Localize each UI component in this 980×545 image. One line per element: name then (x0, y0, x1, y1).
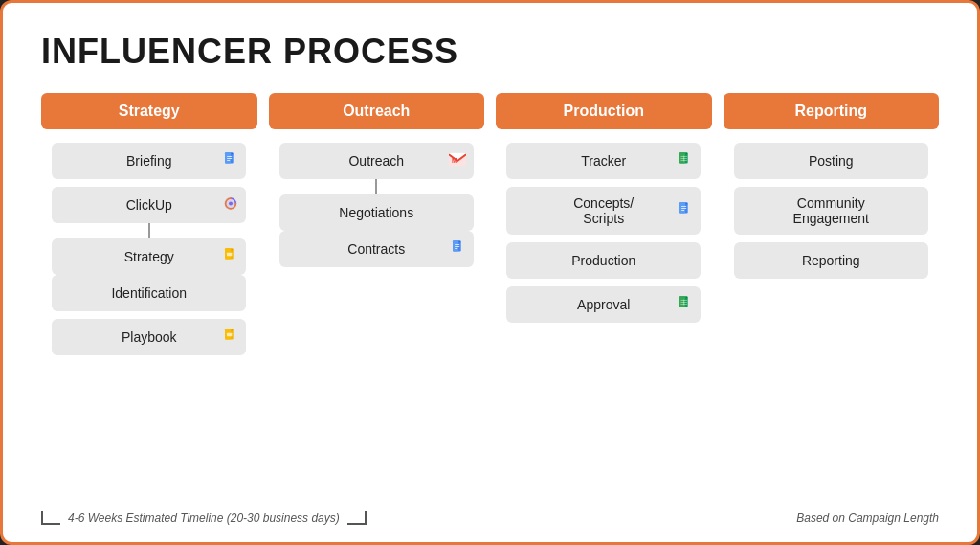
svg-rect-16 (453, 240, 458, 251)
svg-rect-1 (225, 152, 231, 163)
svg-rect-18 (455, 246, 459, 247)
item-label: Negotiations (339, 205, 413, 220)
item-label: Reporting (802, 253, 860, 268)
item-box-outreach-1: Negotiations (279, 194, 474, 231)
gsheets-icon (678, 152, 693, 170)
item-label: Briefing (126, 153, 171, 169)
gmail-icon: M (449, 153, 466, 170)
item-box-production-3: Approval (506, 286, 701, 323)
svg-rect-19 (455, 248, 457, 249)
item-box-reporting-2: Reporting (734, 242, 928, 279)
svg-point-6 (229, 202, 233, 206)
svg-rect-30 (681, 210, 684, 211)
columns-container: StrategyBriefing ClickUp Strategy Identi… (41, 93, 939, 355)
item-box-production-2: Production (506, 242, 701, 279)
gsheets-icon (678, 296, 693, 314)
item-box-outreach-0: Outreach M (279, 143, 474, 179)
item-box-reporting-0: Posting (734, 143, 928, 179)
column-strategy: StrategyBriefing ClickUp Strategy Identi… (41, 93, 257, 355)
svg-rect-28 (681, 206, 686, 207)
column-outreach: OutreachOutreach M NegotiationsContracts (269, 93, 485, 267)
footer-timeline-text: 4-6 Weeks Estimated Timeline (20-30 busi… (60, 511, 347, 525)
item-label: Contracts (347, 241, 405, 257)
footer-note: Based on Campaign Length (796, 511, 939, 525)
item-label: Strategy (124, 249, 174, 264)
svg-rect-4 (227, 160, 230, 161)
item-box-strategy-1: ClickUp (52, 187, 246, 223)
gdocs-icon (451, 240, 466, 259)
item-box-strategy-4: Playbook (52, 319, 246, 355)
item-box-strategy-0: Briefing (52, 143, 246, 179)
item-label: Community Engagement (793, 195, 869, 226)
bracket-left-icon (41, 511, 60, 525)
footer-timeline: 4-6 Weeks Estimated Timeline (20-30 busi… (41, 511, 367, 525)
svg-rect-2 (227, 156, 232, 157)
column-production: ProductionTracker Concepts/ Scripts Prod… (496, 93, 712, 323)
item-box-production-1: Concepts/ Scripts (506, 187, 701, 235)
item-box-reporting-1: Community Engagement (734, 187, 928, 235)
item-connector (148, 223, 150, 238)
item-label: Outreach (348, 153, 404, 169)
footer-bar: 4-6 Weeks Estimated Timeline (20-30 busi… (41, 511, 939, 525)
svg-rect-29 (681, 208, 686, 209)
gslides-icon (223, 248, 238, 266)
gdocs-icon (678, 202, 693, 220)
col-header-reporting: Reporting (724, 93, 940, 129)
svg-rect-21 (679, 152, 685, 163)
item-label: Identification (111, 285, 187, 301)
clickup-icon (223, 196, 238, 215)
page-container: INFLUENCER PROCESS StrategyBriefing Clic… (0, 0, 980, 545)
gdocs-icon (223, 152, 238, 170)
item-label: Approval (577, 297, 630, 312)
col-header-production: Production (496, 93, 712, 129)
page-title: INFLUENCER PROCESS (41, 32, 939, 72)
svg-rect-9 (227, 253, 232, 256)
item-label: Concepts/ Scripts (573, 195, 634, 226)
item-label: Tracker (581, 153, 626, 169)
item-box-strategy-3: Identification (52, 275, 246, 311)
column-reporting: ReportingPostingCommunity EngagementRepo… (724, 93, 940, 279)
items-list-production: Tracker Concepts/ Scripts ProductionAppr… (496, 143, 712, 323)
item-label: ClickUp (126, 197, 172, 213)
item-box-strategy-2: Strategy (52, 238, 246, 275)
col-header-strategy: Strategy (41, 93, 257, 129)
items-list-reporting: PostingCommunity EngagementReporting (724, 143, 940, 279)
items-list-outreach: Outreach M NegotiationsContracts (269, 143, 485, 267)
item-box-outreach-2: Contracts (279, 231, 474, 267)
col-header-outreach: Outreach (269, 93, 485, 129)
svg-rect-17 (455, 244, 459, 245)
item-label: Posting (809, 153, 854, 169)
item-connector (375, 179, 377, 194)
item-label: Playbook (122, 329, 177, 345)
item-label: Production (571, 253, 635, 268)
svg-rect-12 (227, 333, 232, 336)
svg-text:M: M (452, 157, 457, 164)
svg-rect-32 (679, 296, 685, 307)
bracket-right-icon (347, 511, 367, 525)
svg-rect-27 (679, 202, 685, 213)
item-box-production-0: Tracker (506, 143, 701, 179)
svg-rect-3 (227, 158, 232, 159)
items-list-strategy: Briefing ClickUp Strategy Identification… (41, 143, 257, 355)
gslides-icon (223, 329, 238, 347)
